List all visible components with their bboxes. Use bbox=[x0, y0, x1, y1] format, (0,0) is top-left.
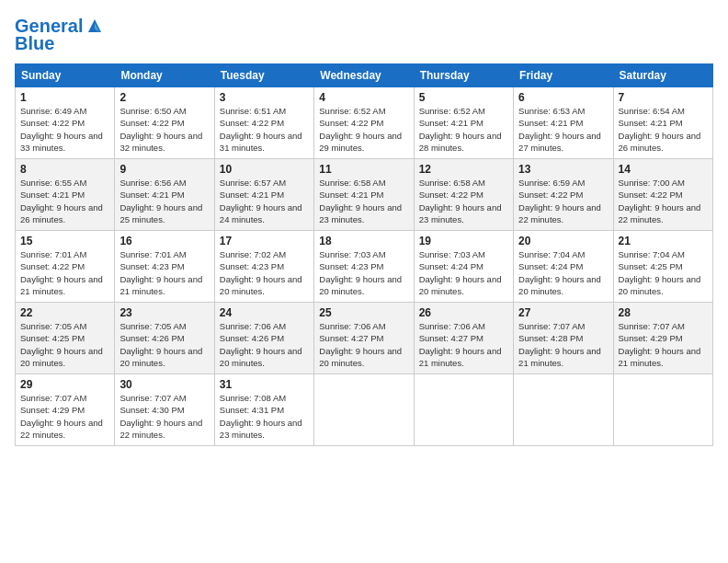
calendar-week-4: 22Sunrise: 7:05 AMSunset: 4:25 PMDayligh… bbox=[16, 303, 713, 374]
day-info: Sunrise: 6:52 AMSunset: 4:21 PMDaylight:… bbox=[419, 105, 508, 154]
day-number: 19 bbox=[419, 235, 508, 247]
day-info: Sunrise: 7:06 AMSunset: 4:26 PMDaylight:… bbox=[220, 320, 309, 369]
day-number: 18 bbox=[319, 235, 408, 247]
day-info: Sunrise: 7:03 AMSunset: 4:24 PMDaylight:… bbox=[419, 248, 508, 297]
day-info: Sunrise: 7:06 AMSunset: 4:27 PMDaylight:… bbox=[319, 320, 408, 369]
day-info: Sunrise: 7:07 AMSunset: 4:28 PMDaylight:… bbox=[518, 320, 608, 369]
weekday-header-thursday: Thursday bbox=[414, 64, 513, 87]
calendar-cell: 5Sunrise: 6:52 AMSunset: 4:21 PMDaylight… bbox=[414, 87, 513, 159]
day-info: Sunrise: 7:04 AMSunset: 4:25 PMDaylight:… bbox=[619, 248, 708, 297]
day-info: Sunrise: 6:49 AMSunset: 4:22 PMDaylight:… bbox=[20, 105, 109, 154]
calendar-cell: 12Sunrise: 6:58 AMSunset: 4:22 PMDayligh… bbox=[414, 159, 513, 231]
calendar-table: SundayMondayTuesdayWednesdayThursdayFrid… bbox=[15, 63, 713, 446]
calendar-body: 1Sunrise: 6:49 AMSunset: 4:22 PMDaylight… bbox=[16, 87, 713, 446]
calendar-cell: 16Sunrise: 7:01 AMSunset: 4:23 PMDayligh… bbox=[115, 231, 214, 303]
day-info: Sunrise: 7:06 AMSunset: 4:27 PMDaylight:… bbox=[419, 320, 508, 369]
day-number: 2 bbox=[119, 91, 209, 104]
calendar-cell: 13Sunrise: 6:59 AMSunset: 4:22 PMDayligh… bbox=[514, 159, 613, 231]
day-info: Sunrise: 6:54 AMSunset: 4:21 PMDaylight:… bbox=[619, 105, 708, 154]
day-number: 3 bbox=[220, 91, 309, 104]
calendar-cell: 7Sunrise: 6:54 AMSunset: 4:21 PMDaylight… bbox=[613, 87, 712, 159]
calendar-cell: 15Sunrise: 7:01 AMSunset: 4:22 PMDayligh… bbox=[16, 231, 115, 303]
weekday-header-saturday: Saturday bbox=[613, 64, 712, 87]
day-number: 16 bbox=[119, 235, 209, 247]
calendar-cell: 3Sunrise: 6:51 AMSunset: 4:22 PMDaylight… bbox=[214, 87, 313, 159]
day-info: Sunrise: 7:02 AMSunset: 4:23 PMDaylight:… bbox=[220, 248, 309, 297]
calendar-week-1: 1Sunrise: 6:49 AMSunset: 4:22 PMDaylight… bbox=[16, 87, 713, 159]
day-number: 15 bbox=[20, 235, 109, 247]
calendar-cell: 10Sunrise: 6:57 AMSunset: 4:21 PMDayligh… bbox=[214, 159, 313, 231]
calendar-week-2: 8Sunrise: 6:55 AMSunset: 4:21 PMDaylight… bbox=[16, 159, 713, 231]
day-number: 9 bbox=[119, 163, 209, 176]
calendar-cell: 23Sunrise: 7:05 AMSunset: 4:26 PMDayligh… bbox=[115, 303, 214, 374]
calendar-cell bbox=[613, 374, 712, 446]
calendar-cell: 29Sunrise: 7:07 AMSunset: 4:29 PMDayligh… bbox=[16, 374, 115, 446]
day-number: 26 bbox=[419, 306, 508, 319]
calendar-cell: 18Sunrise: 7:03 AMSunset: 4:23 PMDayligh… bbox=[314, 231, 414, 303]
day-info: Sunrise: 7:01 AMSunset: 4:23 PMDaylight:… bbox=[119, 248, 209, 297]
calendar-cell bbox=[414, 374, 513, 446]
calendar-cell bbox=[514, 374, 613, 446]
day-number: 5 bbox=[419, 91, 508, 104]
weekday-header-row: SundayMondayTuesdayWednesdayThursdayFrid… bbox=[16, 64, 713, 87]
day-number: 21 bbox=[619, 235, 708, 247]
day-number: 8 bbox=[20, 163, 109, 176]
day-info: Sunrise: 6:55 AMSunset: 4:21 PMDaylight:… bbox=[20, 177, 109, 225]
day-info: Sunrise: 7:01 AMSunset: 4:22 PMDaylight:… bbox=[20, 248, 109, 297]
day-info: Sunrise: 6:56 AMSunset: 4:21 PMDaylight:… bbox=[119, 177, 209, 225]
day-number: 25 bbox=[319, 306, 408, 319]
day-info: Sunrise: 7:04 AMSunset: 4:24 PMDaylight:… bbox=[518, 248, 608, 297]
calendar-cell: 19Sunrise: 7:03 AMSunset: 4:24 PMDayligh… bbox=[414, 231, 513, 303]
calendar-cell: 6Sunrise: 6:53 AMSunset: 4:21 PMDaylight… bbox=[514, 87, 613, 159]
calendar-cell: 25Sunrise: 7:06 AMSunset: 4:27 PMDayligh… bbox=[314, 303, 414, 374]
weekday-header-sunday: Sunday bbox=[16, 64, 115, 87]
calendar-cell: 27Sunrise: 7:07 AMSunset: 4:28 PMDayligh… bbox=[514, 303, 613, 374]
day-info: Sunrise: 6:53 AMSunset: 4:21 PMDaylight:… bbox=[518, 105, 608, 154]
day-number: 17 bbox=[220, 235, 309, 247]
logo: General Blue bbox=[15, 15, 105, 54]
calendar-cell: 26Sunrise: 7:06 AMSunset: 4:27 PMDayligh… bbox=[414, 303, 513, 374]
day-number: 22 bbox=[20, 306, 109, 319]
calendar-week-3: 15Sunrise: 7:01 AMSunset: 4:22 PMDayligh… bbox=[16, 231, 713, 303]
calendar-cell: 20Sunrise: 7:04 AMSunset: 4:24 PMDayligh… bbox=[514, 231, 613, 303]
calendar-week-5: 29Sunrise: 7:07 AMSunset: 4:29 PMDayligh… bbox=[16, 374, 713, 446]
calendar-cell: 17Sunrise: 7:02 AMSunset: 4:23 PMDayligh… bbox=[214, 231, 313, 303]
calendar-cell: 21Sunrise: 7:04 AMSunset: 4:25 PMDayligh… bbox=[613, 231, 712, 303]
header: General Blue bbox=[15, 15, 713, 54]
day-number: 31 bbox=[220, 378, 309, 391]
day-number: 1 bbox=[20, 91, 109, 104]
day-info: Sunrise: 7:07 AMSunset: 4:30 PMDaylight:… bbox=[119, 392, 209, 441]
day-number: 24 bbox=[220, 306, 309, 319]
day-number: 30 bbox=[119, 378, 209, 391]
calendar-cell: 11Sunrise: 6:58 AMSunset: 4:21 PMDayligh… bbox=[314, 159, 414, 231]
page-container: General Blue SundayMondayTuesdayWednesda… bbox=[0, 0, 728, 563]
day-info: Sunrise: 6:50 AMSunset: 4:22 PMDaylight:… bbox=[119, 105, 209, 154]
calendar-cell: 24Sunrise: 7:06 AMSunset: 4:26 PMDayligh… bbox=[214, 303, 313, 374]
day-number: 4 bbox=[319, 91, 408, 104]
day-info: Sunrise: 6:52 AMSunset: 4:22 PMDaylight:… bbox=[319, 105, 408, 154]
weekday-header-wednesday: Wednesday bbox=[314, 64, 414, 87]
day-info: Sunrise: 7:07 AMSunset: 4:29 PMDaylight:… bbox=[619, 320, 708, 369]
weekday-header-monday: Monday bbox=[115, 64, 214, 87]
day-info: Sunrise: 6:58 AMSunset: 4:22 PMDaylight:… bbox=[419, 177, 508, 225]
day-number: 27 bbox=[518, 306, 608, 319]
day-info: Sunrise: 7:08 AMSunset: 4:31 PMDaylight:… bbox=[220, 392, 309, 441]
weekday-header-tuesday: Tuesday bbox=[214, 64, 313, 87]
day-info: Sunrise: 7:00 AMSunset: 4:22 PMDaylight:… bbox=[619, 177, 708, 225]
day-number: 23 bbox=[119, 306, 209, 319]
calendar-cell: 8Sunrise: 6:55 AMSunset: 4:21 PMDaylight… bbox=[16, 159, 115, 231]
calendar-cell: 2Sunrise: 6:50 AMSunset: 4:22 PMDaylight… bbox=[115, 87, 214, 159]
day-number: 11 bbox=[319, 163, 408, 176]
day-info: Sunrise: 7:05 AMSunset: 4:26 PMDaylight:… bbox=[119, 320, 209, 369]
calendar-cell: 14Sunrise: 7:00 AMSunset: 4:22 PMDayligh… bbox=[613, 159, 712, 231]
day-number: 13 bbox=[518, 163, 608, 176]
day-info: Sunrise: 6:51 AMSunset: 4:22 PMDaylight:… bbox=[220, 105, 309, 154]
day-info: Sunrise: 6:58 AMSunset: 4:21 PMDaylight:… bbox=[319, 177, 408, 225]
day-info: Sunrise: 6:59 AMSunset: 4:22 PMDaylight:… bbox=[518, 177, 608, 225]
day-number: 10 bbox=[220, 163, 309, 176]
calendar-cell: 1Sunrise: 6:49 AMSunset: 4:22 PMDaylight… bbox=[16, 87, 115, 159]
calendar-cell: 28Sunrise: 7:07 AMSunset: 4:29 PMDayligh… bbox=[613, 303, 712, 374]
day-number: 20 bbox=[518, 235, 608, 247]
calendar-cell: 4Sunrise: 6:52 AMSunset: 4:22 PMDaylight… bbox=[314, 87, 414, 159]
calendar-cell: 22Sunrise: 7:05 AMSunset: 4:25 PMDayligh… bbox=[16, 303, 115, 374]
